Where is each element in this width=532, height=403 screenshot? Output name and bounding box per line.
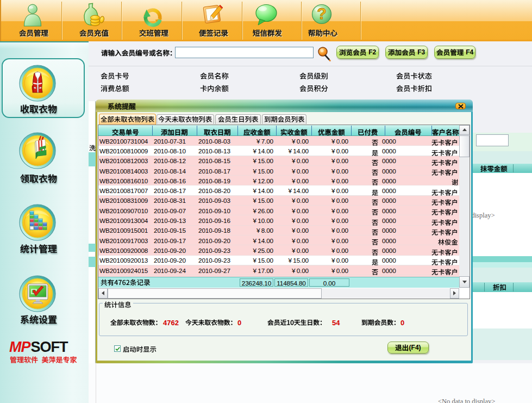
- svg-text:?: ?: [317, 5, 327, 22]
